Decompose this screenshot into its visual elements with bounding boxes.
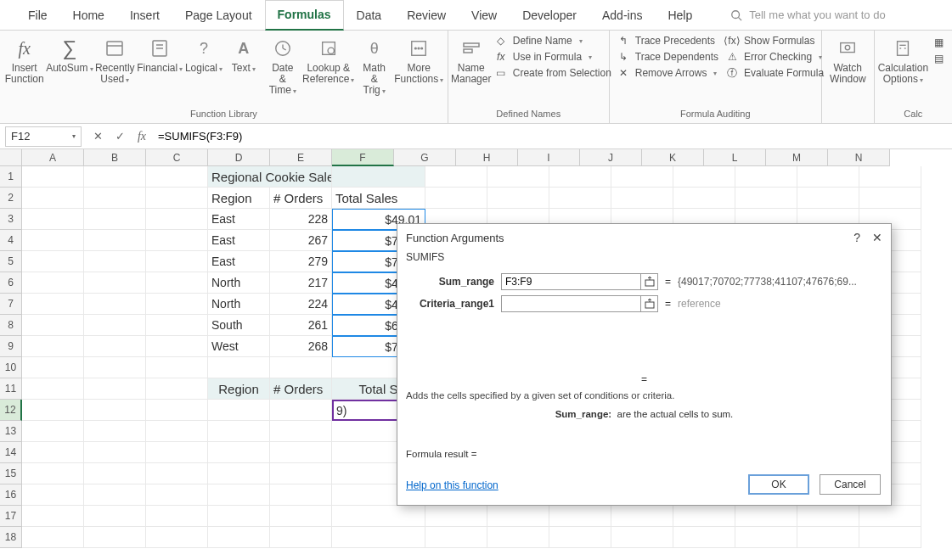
cell[interactable] [22, 188, 84, 209]
cell[interactable] [549, 527, 611, 548]
header-sales[interactable]: Total Sales [332, 188, 425, 209]
summary-header-orders[interactable]: # Orders [270, 378, 332, 400]
criteria-range1-picker[interactable] [641, 295, 658, 312]
cell[interactable] [84, 442, 146, 463]
cell[interactable] [84, 421, 146, 442]
cell[interactable] [146, 378, 208, 400]
cell[interactable] [22, 209, 84, 230]
cell[interactable] [270, 506, 332, 527]
calc-now-button[interactable]: ▦ [932, 36, 945, 49]
data-region[interactable]: West [208, 336, 270, 357]
tell-me-search[interactable]: Tell me what you want to do [730, 8, 885, 21]
data-orders[interactable]: 261 [270, 315, 332, 336]
tab-help[interactable]: Help [655, 0, 705, 31]
cell[interactable] [487, 506, 549, 527]
col-header-D[interactable]: D [208, 149, 270, 166]
cell[interactable] [549, 166, 611, 188]
cell[interactable] [270, 463, 332, 484]
cell[interactable] [270, 421, 332, 442]
cell[interactable] [425, 527, 487, 548]
remove-arrows-button[interactable]: ✕Remove Arrows▾ [617, 66, 718, 80]
tab-developer[interactable]: Developer [510, 0, 589, 31]
row-header-4[interactable]: 4 [0, 230, 22, 251]
data-region[interactable]: East [208, 251, 270, 272]
row-header-15[interactable]: 15 [0, 463, 22, 484]
logical-button[interactable]: ? Logical▾ [183, 32, 224, 75]
col-header-F[interactable]: F [332, 149, 394, 166]
cell[interactable] [146, 336, 208, 357]
title-cell[interactable]: Regional Cookie Sales [208, 166, 332, 188]
cell[interactable] [673, 188, 735, 209]
cell[interactable] [797, 527, 859, 548]
cell[interactable] [84, 400, 146, 421]
cell[interactable] [146, 294, 208, 315]
math-trig-button[interactable]: θ Math & Trig▾ [355, 32, 394, 97]
formula-input[interactable] [153, 126, 952, 147]
cell[interactable] [425, 166, 487, 188]
date-time-button[interactable]: Date & Time▾ [263, 32, 302, 97]
cell[interactable] [332, 527, 425, 548]
cell[interactable] [611, 527, 673, 548]
cell[interactable] [84, 463, 146, 484]
cell[interactable] [22, 230, 84, 251]
cell[interactable] [146, 484, 208, 506]
data-orders[interactable]: 228 [270, 209, 332, 230]
financial-button[interactable]: Financial▾ [136, 32, 183, 75]
cell[interactable] [22, 315, 84, 336]
col-header-K[interactable]: K [642, 149, 704, 166]
row-header-1[interactable]: 1 [0, 166, 22, 188]
use-in-formula-button[interactable]: fxUse in Formula▾ [494, 50, 611, 64]
col-header-N[interactable]: N [828, 149, 890, 166]
name-manager-button[interactable]: Name Manager [452, 32, 491, 85]
col-header-M[interactable]: M [766, 149, 828, 166]
dialog-titlebar[interactable]: Function Arguments ? ✕ [397, 224, 891, 251]
cell[interactable] [22, 442, 84, 463]
recently-used-button[interactable]: Recently Used▾ [93, 32, 136, 86]
header-region[interactable]: Region [208, 188, 270, 209]
close-icon[interactable]: ✕ [872, 231, 882, 244]
cell[interactable] [270, 527, 332, 548]
cell[interactable] [673, 527, 735, 548]
col-header-I[interactable]: I [518, 149, 580, 166]
row-header-2[interactable]: 2 [0, 188, 22, 209]
tab-page-layout[interactable]: Page Layout [172, 0, 265, 31]
cancel-formula-button[interactable]: ✕ [87, 126, 109, 147]
cell[interactable] [146, 463, 208, 484]
cell[interactable] [208, 357, 270, 378]
row-header-9[interactable]: 9 [0, 336, 22, 357]
cell[interactable] [425, 188, 487, 209]
trace-dependents-button[interactable]: ↳Trace Dependents [617, 50, 718, 64]
create-from-selection-button[interactable]: ▭Create from Selection [494, 66, 611, 80]
tab-data[interactable]: Data [344, 0, 395, 31]
cell[interactable] [487, 527, 549, 548]
data-region[interactable]: South [208, 315, 270, 336]
cell[interactable] [84, 484, 146, 506]
cell[interactable] [425, 506, 487, 527]
tab-addins[interactable]: Add-ins [589, 0, 655, 31]
cell[interactable] [146, 188, 208, 209]
cell[interactable] [673, 506, 735, 527]
enter-formula-button[interactable]: ✓ [109, 126, 131, 147]
tab-review[interactable]: Review [394, 0, 459, 31]
cell[interactable] [84, 527, 146, 548]
data-region[interactable]: East [208, 209, 270, 230]
row-header-14[interactable]: 14 [0, 442, 22, 463]
data-region[interactable]: North [208, 272, 270, 294]
cell[interactable] [84, 378, 146, 400]
cell[interactable] [22, 378, 84, 400]
col-header-J[interactable]: J [580, 149, 642, 166]
calc-sheet-button[interactable]: ▤ [932, 52, 945, 65]
autosum-button[interactable]: ∑ AutoSum▾ [45, 32, 93, 75]
row-header-18[interactable]: 18 [0, 527, 22, 548]
cell[interactable] [84, 315, 146, 336]
cell[interactable] [735, 188, 797, 209]
cell[interactable] [22, 251, 84, 272]
cell[interactable] [208, 442, 270, 463]
tab-view[interactable]: View [459, 0, 510, 31]
cell[interactable] [611, 188, 673, 209]
col-header-L[interactable]: L [704, 149, 766, 166]
cell[interactable] [22, 400, 84, 421]
row-header-16[interactable]: 16 [0, 484, 22, 506]
fx-button[interactable]: fx [131, 126, 153, 147]
cell[interactable] [146, 527, 208, 548]
